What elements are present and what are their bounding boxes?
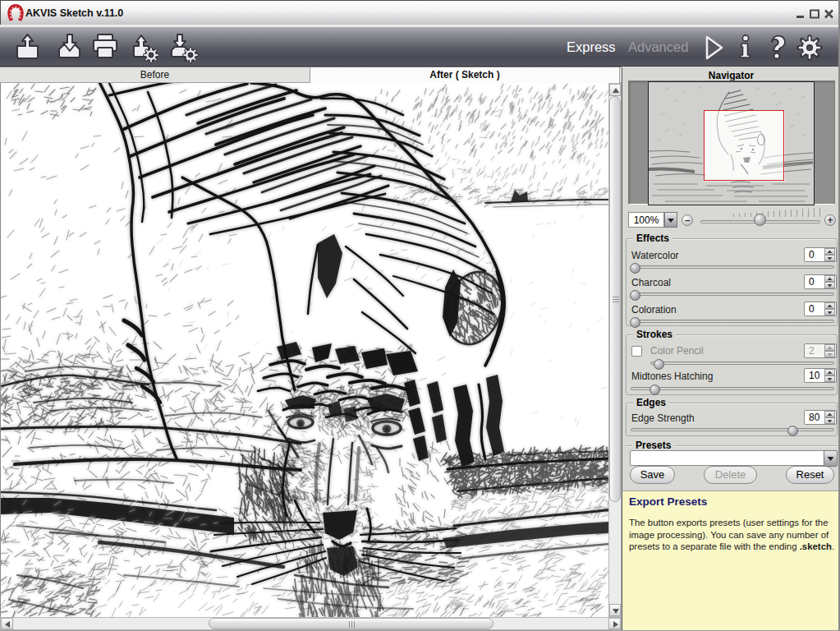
svg-text:Advanced: Advanced [628, 39, 688, 54]
svg-text:Express: Express [567, 39, 616, 54]
